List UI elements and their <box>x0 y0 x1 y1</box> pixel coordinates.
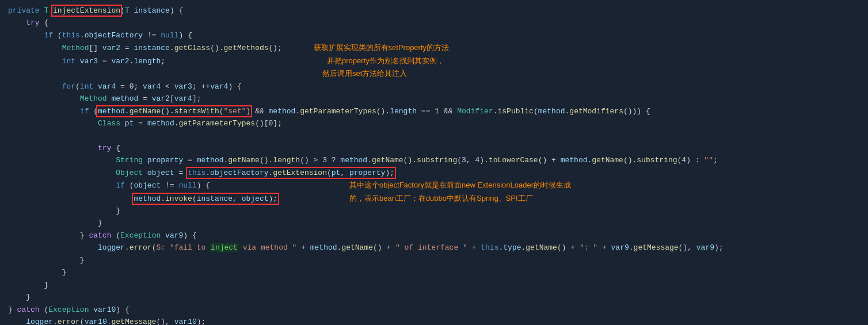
code-content: private T injectExtension(T instance) { … <box>0 0 868 325</box>
code-block: private T injectExtension(T instance) { … <box>0 0 868 325</box>
